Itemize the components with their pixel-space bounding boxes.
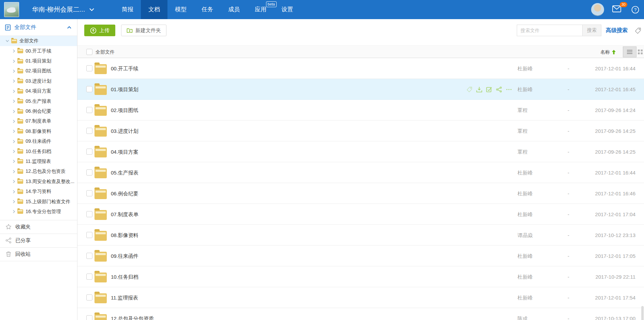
tree-item[interactable]: 08.影像资料 — [0, 126, 77, 136]
tag-icon[interactable] — [634, 27, 641, 34]
chevron-right-icon[interactable] — [13, 210, 15, 213]
messages-button[interactable]: 30 — [612, 5, 621, 14]
tree-item[interactable]: 12.总包及分包资质 — [0, 167, 77, 177]
row-checkbox[interactable] — [86, 274, 92, 280]
avatar[interactable] — [591, 3, 604, 16]
file-name[interactable]: 05.生产报表 — [111, 162, 138, 183]
file-row[interactable]: 06.例会纪要 杜新峰 - 2017-12-01 16:46 — [77, 183, 644, 204]
upload-button[interactable]: 上传 — [84, 25, 115, 36]
folder-icon[interactable] — [94, 252, 107, 262]
tree-item[interactable]: 00.开工手续 — [0, 46, 77, 56]
file-row[interactable]: 10.任务归档 杜新峰 - 2017-10-29 22:11 — [77, 266, 644, 287]
tree-item[interactable]: 16.专业分包管理 — [0, 207, 77, 217]
nav-tab-文档[interactable]: 文档 — [141, 0, 167, 19]
file-name[interactable]: 03.进度计划 — [111, 121, 138, 141]
chevron-right-icon[interactable] — [13, 49, 15, 53]
folder-icon[interactable] — [94, 293, 107, 303]
file-row[interactable]: 02.项目图纸 覃程 - 2017-09-26 14:24 — [77, 100, 644, 121]
chevron-right-icon[interactable] — [13, 180, 15, 183]
sidebar-item-trash[interactable]: 回收站 — [0, 248, 77, 261]
file-name[interactable]: 06.例会纪要 — [111, 183, 138, 204]
chevron-up-icon[interactable] — [67, 26, 72, 29]
tree-item[interactable]: 06.例会纪要 — [0, 106, 77, 116]
file-name[interactable]: 02.项目图纸 — [111, 100, 138, 121]
file-row[interactable]: 03.进度计划 覃程 - 2017-09-26 14:25 — [77, 121, 644, 141]
folder-icon[interactable] — [94, 64, 107, 74]
chevron-right-icon[interactable] — [13, 99, 15, 103]
row-checkbox[interactable] — [86, 128, 92, 134]
view-grid-button[interactable] — [636, 46, 644, 57]
nav-tab-成员[interactable]: 成员 — [221, 0, 247, 19]
project-switcher[interactable]: 华南-柳州会展二... — [32, 0, 94, 19]
chevron-right-icon[interactable] — [13, 59, 15, 63]
tree-item[interactable]: 13.周安全检查及整改... — [0, 177, 77, 186]
folder-icon[interactable] — [94, 148, 107, 157]
help-icon[interactable]: ? — [631, 6, 639, 14]
row-checkbox[interactable] — [86, 253, 92, 259]
tree-root-all-files[interactable]: 全部文件 — [0, 36, 77, 46]
nav-tab-简报[interactable]: 简报 — [114, 0, 141, 19]
file-row[interactable]: 08.影像资料 谭晶焱 - 2017-10-12 23:13 — [77, 225, 644, 246]
row-checkbox[interactable] — [86, 86, 92, 92]
tree-item[interactable]: 09.往来函件 — [0, 137, 77, 147]
project-logo[interactable] — [4, 2, 19, 17]
nav-tab-模型[interactable]: 模型 — [167, 0, 194, 19]
file-row[interactable]: 04.项目方案 覃程 - 2017-09-26 14:25 — [77, 141, 644, 162]
file-name[interactable]: 04.项目方案 — [111, 141, 138, 162]
row-checkbox[interactable] — [86, 149, 92, 155]
share-action-icon[interactable] — [496, 86, 502, 93]
tree-item[interactable]: 03.进度计划 — [0, 76, 77, 86]
file-name[interactable]: 11.监理报表 — [111, 287, 138, 308]
file-name[interactable]: 09.往来函件 — [111, 246, 138, 266]
nav-tab-设置[interactable]: 设置 — [274, 0, 301, 19]
chevron-right-icon[interactable] — [13, 69, 15, 73]
file-name[interactable]: 00.开工手续 — [111, 58, 138, 79]
folder-icon[interactable] — [94, 85, 107, 95]
file-row[interactable]: 07.制度表单 杜新峰 - 2017-12-01 17:04 — [77, 204, 644, 225]
folder-icon[interactable] — [94, 189, 107, 199]
tree-item[interactable]: 02.项目图纸 — [0, 66, 77, 76]
tree-item[interactable]: 14.学习资料 — [0, 186, 77, 196]
folder-icon[interactable] — [94, 210, 107, 220]
file-name[interactable]: 08.影像资料 — [111, 225, 138, 246]
folder-icon[interactable] — [94, 127, 107, 137]
row-checkbox[interactable] — [86, 232, 92, 238]
chevron-expanded-icon[interactable] — [5, 40, 9, 42]
file-name[interactable]: 01.项目策划 — [111, 79, 138, 100]
file-row[interactable]: 01.项目策划 杜新峰 - 2017-12-01 16:45 — [77, 79, 644, 100]
file-name[interactable]: 12.总包及分包资质 — [111, 308, 154, 320]
file-row[interactable]: 11.监理报表 杜新峰 - 2017-12-01 17:54 — [77, 287, 644, 308]
tag-action-icon[interactable] — [466, 86, 472, 93]
more-action-icon[interactable] — [506, 86, 512, 93]
search-input[interactable] — [517, 25, 582, 36]
view-list-button[interactable] — [623, 46, 636, 57]
tree-item[interactable]: 10.任务归档 — [0, 147, 77, 156]
tree-item[interactable]: 07.制度表单 — [0, 116, 77, 126]
chevron-right-icon[interactable] — [13, 79, 15, 83]
chevron-right-icon[interactable] — [13, 159, 15, 163]
sort-by-name[interactable]: 名称 — [600, 46, 616, 58]
row-checkbox[interactable] — [86, 315, 92, 320]
file-row[interactable]: 00.开工手续 杜新峰 - 2017-12-01 16:44 — [77, 58, 644, 79]
sidebar-item-shared[interactable]: 已分享 — [0, 234, 77, 248]
file-name[interactable]: 10.任务归档 — [111, 266, 138, 287]
scrollbar-thumb[interactable] — [641, 306, 644, 320]
tree-item[interactable]: 11.监理报表 — [0, 156, 77, 166]
row-checkbox[interactable] — [86, 65, 92, 71]
row-checkbox[interactable] — [86, 294, 92, 301]
chevron-right-icon[interactable] — [13, 150, 15, 153]
file-name[interactable]: 07.制度表单 — [111, 204, 138, 225]
folder-icon[interactable] — [94, 106, 107, 116]
row-checkbox[interactable] — [86, 169, 92, 176]
chevron-right-icon[interactable] — [13, 170, 15, 173]
sidebar-header-all-files[interactable]: 全部文件 — [0, 19, 77, 36]
chevron-right-icon[interactable] — [13, 89, 15, 93]
chevron-right-icon[interactable] — [13, 200, 15, 204]
file-row[interactable]: 12.总包及分包资质 陈成 - 2017-10-13 17:00 — [77, 308, 644, 320]
row-checkbox[interactable] — [86, 211, 92, 217]
row-checkbox[interactable] — [86, 107, 92, 113]
chevron-right-icon[interactable] — [13, 190, 15, 194]
tree-item[interactable]: 01.项目策划 — [0, 56, 77, 66]
folder-icon[interactable] — [94, 314, 107, 320]
advanced-search-link[interactable]: 高级搜索 — [606, 25, 628, 36]
